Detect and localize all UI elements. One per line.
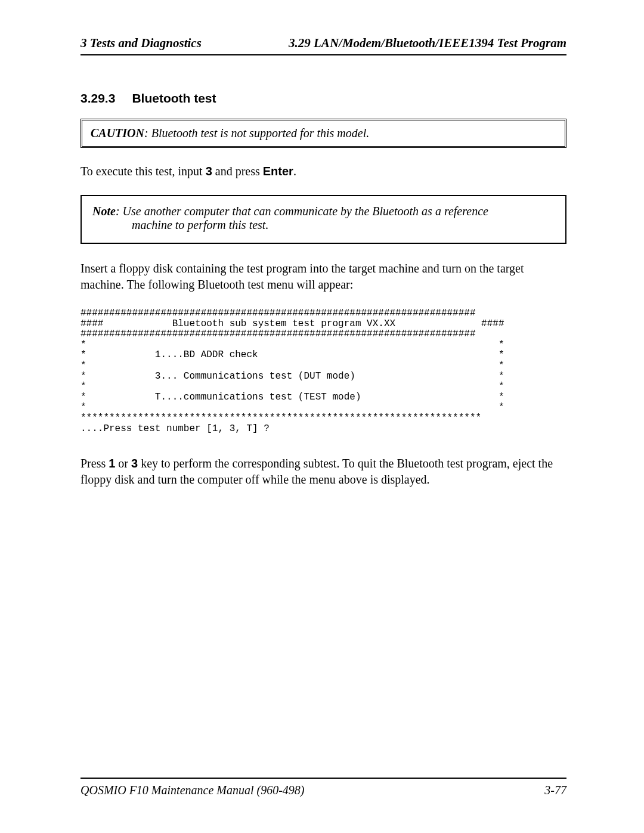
page-footer: QOSMIO F10 Maintenance Manual (960-498) … (80, 778, 566, 797)
page: 3 Tests and Diagnostics 3.29 LAN/Modem/B… (0, 0, 644, 833)
note-line2: machine to perform this test. (132, 218, 555, 232)
insert-text: Insert a floppy disk containing the test… (80, 261, 566, 293)
closing-pre: Press (80, 457, 109, 470)
closing-key-1: 1 (109, 457, 115, 470)
note-label: Note (92, 205, 116, 218)
terminal-output: ########################################… (80, 308, 566, 434)
intro-key-3: 3 (206, 165, 212, 178)
page-header: 3 Tests and Diagnostics 3.29 LAN/Modem/B… (80, 36, 566, 55)
footer-right: 3-77 (544, 784, 566, 797)
section-number: 3.29.3 (80, 91, 115, 105)
note-line1: : Use another computer that can communic… (116, 205, 488, 218)
note-box: Note: Use another computer that can comm… (80, 195, 566, 244)
caution-label: CAUTION (91, 126, 144, 140)
closing-mid1: or (115, 457, 131, 470)
closing-text: Press 1 or 3 key to perform the correspo… (80, 456, 566, 488)
header-left: 3 Tests and Diagnostics (80, 36, 202, 51)
caution-text: : Bluetooth test is not supported for th… (144, 126, 369, 140)
section-title: Bluetooth test (132, 91, 216, 105)
section-heading: 3.29.3Bluetooth test (80, 91, 566, 106)
footer-left: QOSMIO F10 Maintenance Manual (960-498) (80, 784, 304, 797)
closing-rest: key to perform the corresponding subtest… (80, 457, 553, 486)
header-right: 3.29 LAN/Modem/Bluetooth/IEEE1394 Test P… (289, 36, 566, 51)
closing-key-3: 3 (131, 457, 138, 470)
intro-key-enter: Enter (263, 165, 293, 178)
intro-post: . (293, 165, 296, 178)
caution-box: CAUTION: Bluetooth test is not supported… (80, 119, 566, 148)
intro-text: To execute this test, input 3 and press … (80, 163, 566, 179)
intro-pre: To execute this test, input (80, 165, 206, 178)
intro-mid: and press (212, 165, 263, 178)
